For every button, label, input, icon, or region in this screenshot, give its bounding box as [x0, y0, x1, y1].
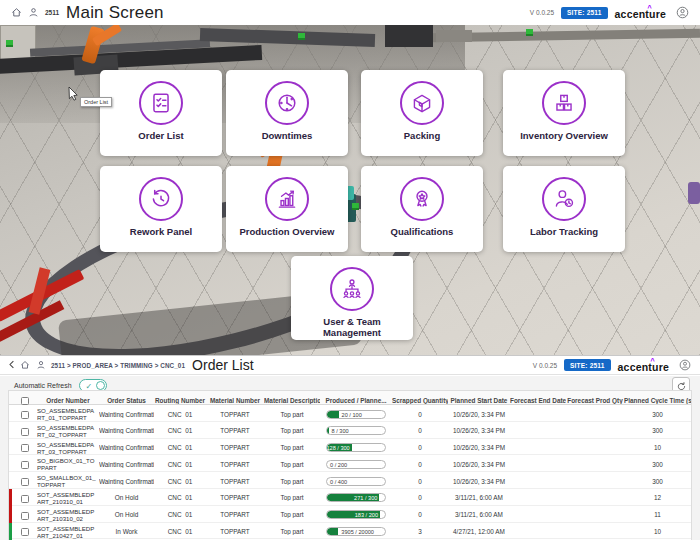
cell-planned-cycle-time: 300 [624, 461, 691, 468]
home-icon[interactable] [11, 7, 22, 18]
table-row[interactable]: SO_ASSEMBLEDPART_03_TOPPARTWainting Conf… [9, 439, 691, 456]
tile-order-list[interactable]: Order List [100, 70, 222, 156]
cell-routing-number: CNC_01 [154, 461, 206, 468]
row-checkbox-cell [13, 455, 37, 473]
tile-production-overview[interactable]: Production Overview [226, 166, 348, 252]
cell-planned-cycle-time: 12 [624, 494, 691, 501]
progress-bar: 0 / 200 [326, 460, 386, 469]
version-label: V 0.0.25 [530, 9, 554, 16]
progress-bar: 271 / 300 [326, 493, 386, 502]
column-header[interactable]: Scrapped Quantity [392, 397, 448, 404]
column-header[interactable]: Produced / Planne... [320, 397, 392, 404]
cell-order-number: SO_BIGBOX_01_TOPPART [37, 457, 99, 471]
tile-packing[interactable]: Packing [361, 70, 483, 156]
mouse-cursor [68, 86, 79, 105]
table-row[interactable]: SO_BIGBOX_01_TOPPARTWainting Confirmatio… [9, 455, 691, 472]
table-row[interactable]: SOT_ASSEMBLEDPART_210427_01In WorkCNC_01… [9, 523, 691, 540]
cell-material-description: Top part [264, 411, 320, 418]
select-all-checkbox[interactable] [21, 397, 29, 405]
user-icon[interactable] [28, 7, 39, 18]
cell-order-status: Wainting Confirmation [99, 444, 154, 451]
cell-planned-start-date: 3/11/21, 6:00 AM [448, 494, 510, 501]
table-row[interactable]: SO_SMALLBOX_01_TOPPARTWainting Confirmat… [9, 472, 691, 489]
site-badge: SITE: 2511 [561, 7, 608, 19]
tile-label: Downtimes [226, 130, 348, 141]
column-header[interactable]: Forecast End Date [510, 397, 566, 404]
cell-order-status: On Hold [99, 511, 154, 518]
cell-scrapped-quantity: 0 [392, 511, 448, 518]
row-checkbox-cell [13, 489, 37, 507]
tile-labor-tracking[interactable]: Labor Tracking [503, 166, 625, 252]
back-icon[interactable] [8, 360, 15, 370]
cell-planned-cycle-time: 300 [624, 427, 691, 434]
toggle-knob [96, 381, 105, 390]
packing-box-icon [400, 81, 444, 125]
order-table-header: Order Number Order Status Routing Number… [9, 391, 691, 405]
row-checkbox[interactable] [21, 478, 29, 486]
cell-order-number: SO_ASSEMBLEDPART_01_TOPPART [37, 407, 99, 421]
row-checkbox[interactable] [21, 461, 29, 469]
cell-order-number: SO_SMALLBOX_01_TOPPART [37, 474, 99, 488]
breadcrumb[interactable]: 2511 > PROD_AREA > TRIMMING > CNC_01 [51, 362, 185, 369]
table-row[interactable]: SOT_ASSEMBLEDPART_210310_02On HoldCNC_01… [9, 506, 691, 523]
cell-scrapped-quantity: 0 [392, 461, 448, 468]
row-checkbox[interactable] [21, 444, 29, 452]
row-status-stripe [9, 455, 12, 473]
tile-qualifications[interactable]: Qualifications [361, 166, 483, 252]
app-window: 2511 Main Screen V 0.0.25 SITE: 2511 acc… [0, 0, 700, 540]
checklist-icon [139, 81, 183, 125]
table-row[interactable]: SO_ASSEMBLEDPART_02_TOPPARTWainting Conf… [9, 422, 691, 439]
cell-routing-number: CNC_01 [154, 478, 206, 485]
cell-produced-planned: 128 / 300 [320, 443, 392, 452]
tile-label: Rework Panel [100, 226, 222, 237]
row-checkbox[interactable] [21, 411, 29, 419]
cell-material-description: Top part [264, 528, 320, 535]
cell-material-description: Top part [264, 494, 320, 501]
row-checkbox[interactable] [21, 512, 29, 520]
team-management-icon [330, 267, 374, 311]
labor-tracking-icon [542, 177, 586, 221]
cell-produced-planned: 8 / 300 [320, 426, 392, 435]
row-status-stripe [9, 405, 12, 423]
cell-planned-cycle-time: 300 [624, 478, 691, 485]
cell-planned-cycle-time: 11 [624, 511, 691, 518]
cell-material-description: Top part [264, 461, 320, 468]
tile-rework-panel[interactable]: Rework Panel [100, 166, 222, 252]
order-list-body: Automatic Refresh ✓ Order Number Order S… [0, 376, 700, 540]
column-header[interactable]: Planned Start Date [448, 397, 510, 404]
progress-bar: 183 / 200 [326, 510, 386, 519]
accenture-caret-icon: > [646, 4, 653, 8]
account-icon[interactable] [679, 359, 691, 371]
table-row[interactable]: SOT_ASSEMBLEDPART_210310_01On HoldCNC_01… [9, 489, 691, 506]
progress-bar: 0 / 400 [326, 477, 386, 486]
row-checkbox[interactable] [21, 495, 29, 503]
tile-inventory-overview[interactable]: Inventory Overview [503, 70, 625, 156]
order-list-header: 2511 > PROD_AREA > TRIMMING > CNC_01 Ord… [0, 355, 700, 375]
tile-downtimes[interactable]: Downtimes [226, 70, 348, 156]
tile-label: User & Team Management [291, 316, 413, 338]
site-badge: SITE: 2511 [564, 359, 611, 371]
table-row[interactable]: SO_ASSEMBLEDPART_01_TOPPARTWainting Conf… [9, 405, 691, 422]
column-header[interactable]: Material Number [206, 397, 264, 404]
row-checkbox-cell [13, 523, 37, 540]
cell-material-description: Top part [264, 478, 320, 485]
cell-order-status: In Work [99, 528, 154, 535]
row-checkbox[interactable] [21, 428, 29, 436]
tile-label: Production Overview [226, 226, 348, 237]
tile-user-team-management[interactable]: User & Team Management [291, 256, 413, 340]
row-checkbox[interactable] [21, 528, 29, 536]
column-header[interactable]: Material Description [264, 397, 320, 404]
column-header[interactable]: Planned Cycle Time (s) [624, 397, 691, 404]
row-status-stripe [9, 439, 12, 457]
cell-order-status: Wainting Confirmation [99, 427, 154, 434]
column-header[interactable]: Order Status [99, 397, 154, 404]
cell-order-number: SOT_ASSEMBLEDPART_210427_01 [37, 525, 99, 539]
cell-material-number: TOPPART [206, 528, 264, 535]
column-header[interactable]: Order Number [37, 397, 99, 404]
home-icon[interactable] [20, 360, 30, 370]
account-icon[interactable] [676, 6, 689, 19]
column-header[interactable]: Routing Number [154, 397, 206, 404]
column-header[interactable]: Forecast Prod Qty [566, 397, 624, 404]
inventory-boxes-icon [542, 81, 586, 125]
user-icon[interactable] [36, 360, 46, 370]
